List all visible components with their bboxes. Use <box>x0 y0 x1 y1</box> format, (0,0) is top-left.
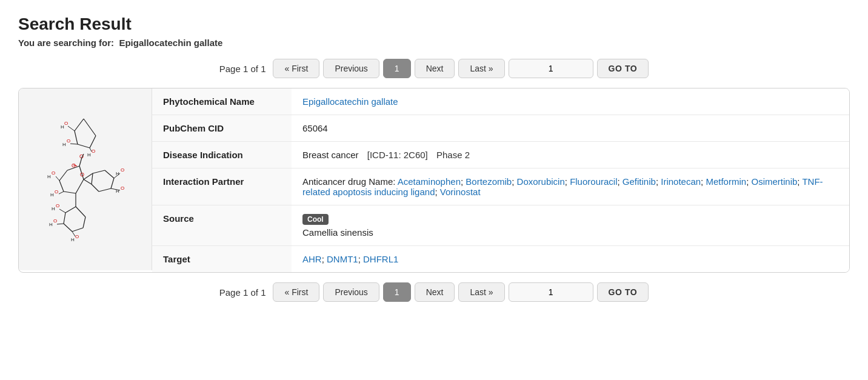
svg-text:O: O <box>64 121 68 126</box>
svg-line-24 <box>92 173 93 184</box>
svg-text:O: O <box>80 172 84 178</box>
interaction-partner-row: Interaction Partner Anticancer drug Name… <box>152 168 849 205</box>
previous-button-bottom[interactable]: Previous <box>323 282 379 302</box>
svg-line-52 <box>76 207 85 217</box>
last-button-bottom[interactable]: Last » <box>458 282 504 302</box>
page-info-bottom: Page 1 of 1 <box>219 287 266 298</box>
svg-line-22 <box>99 188 111 192</box>
svg-line-3 <box>90 136 96 148</box>
svg-line-48 <box>64 213 65 224</box>
svg-line-33 <box>84 173 93 179</box>
svg-line-21 <box>111 178 114 188</box>
subtitle-query: Epigallocatechin gallate <box>119 38 222 48</box>
svg-text:O: O <box>67 138 70 144</box>
svg-line-20 <box>105 170 114 178</box>
page-info-top: Page 1 of 1 <box>219 64 266 74</box>
svg-text:O: O <box>53 218 57 224</box>
phytochemical-name-link[interactable]: Epigallocatechin gallate <box>302 96 398 107</box>
result-card: H O H O H O O O <box>18 88 850 273</box>
phase: Phase 2 <box>436 150 470 160</box>
svg-text:H: H <box>52 206 55 212</box>
interaction-partner-link[interactable]: Doxorubicin <box>517 176 565 187</box>
svg-line-37 <box>59 181 64 192</box>
svg-line-58 <box>57 224 64 224</box>
icd-code: [ICD-11: 2C60] <box>367 150 428 160</box>
next-button-bottom[interactable]: Next <box>415 282 455 302</box>
interaction-partner-link[interactable]: Metformin <box>706 176 746 187</box>
svg-line-55 <box>59 209 65 213</box>
target-label: Target <box>152 246 292 273</box>
svg-line-0 <box>75 119 84 131</box>
svg-line-38 <box>64 192 76 193</box>
interaction-partner-link[interactable]: Osimertinib <box>751 176 797 187</box>
svg-text:H: H <box>87 152 91 158</box>
svg-line-19 <box>93 170 105 173</box>
targets: AHR; DNMT1; DHFRL1 <box>302 254 398 264</box>
source-badge: Cool <box>302 214 329 225</box>
target-value: AHR; DNMT1; DHFRL1 <box>292 246 849 273</box>
svg-text:H: H <box>62 142 66 147</box>
svg-text:O: O <box>121 167 124 173</box>
disease-name: Breast cancer <box>302 150 359 160</box>
target-link[interactable]: AHR <box>302 254 322 264</box>
target-link[interactable]: DNMT1 <box>327 254 358 264</box>
svg-text:O: O <box>75 234 79 239</box>
svg-line-1 <box>75 131 78 144</box>
first-button-bottom[interactable]: « First <box>273 282 319 302</box>
source-name: Camellia sinensis <box>302 227 838 238</box>
interaction-partner-prefix: Anticancer drug Name: <box>302 176 395 187</box>
svg-text:O: O <box>56 203 59 208</box>
disease-indication-label: Disease Indication <box>152 142 292 168</box>
interaction-partner-link[interactable]: Bortezomib <box>466 176 512 187</box>
pubchem-cid-label: PubChem CID <box>152 115 292 142</box>
svg-line-7 <box>68 126 75 131</box>
pubchem-cid-value: 65064 <box>292 115 849 142</box>
source-value: Cool Camellia sinensis <box>292 205 849 246</box>
source-row: Source Cool Camellia sinensis <box>152 205 849 246</box>
disease-indication-value: Breast cancer [ICD-11: 2C60] Phase 2 <box>292 142 849 168</box>
current-page-button-top[interactable]: 1 <box>383 59 411 78</box>
molecule-svg: H O H O H O O O <box>26 113 144 246</box>
phytochemical-name-row: Phytochemical Name Epigallocatechin gall… <box>152 88 849 115</box>
current-page-button-bottom[interactable]: 1 <box>383 282 411 302</box>
previous-button-top[interactable]: Previous <box>323 59 379 78</box>
svg-line-45 <box>59 192 64 194</box>
svg-text:O: O <box>55 189 58 195</box>
pagination-top: Page 1 of 1 « First Previous 1 Next Last… <box>18 59 850 78</box>
goto-button-top[interactable]: GO TO <box>597 59 649 78</box>
svg-line-42 <box>56 176 59 181</box>
interaction-partner-link[interactable]: Acetaminophen <box>398 176 461 187</box>
phytochemical-name-label: Phytochemical Name <box>152 88 292 115</box>
last-button-top[interactable]: Last » <box>458 59 504 78</box>
target-link[interactable]: DHFRL1 <box>363 254 398 264</box>
goto-button-bottom[interactable]: GO TO <box>597 282 649 302</box>
goto-input-bottom[interactable] <box>509 282 593 302</box>
search-subtitle: You are searching for: Epigallocatechin … <box>18 38 850 48</box>
svg-text:H: H <box>50 192 54 198</box>
next-button-top[interactable]: Next <box>415 59 455 78</box>
disease-indication-row: Disease Indication Breast cancer [ICD-11… <box>152 142 849 168</box>
svg-line-2 <box>78 144 90 148</box>
target-row: Target AHR; DNMT1; DHFRL1 <box>152 246 849 273</box>
result-table: Phytochemical Name Epigallocatechin gall… <box>152 88 849 272</box>
goto-input-top[interactable] <box>509 59 593 78</box>
subtitle-prefix: You are searching for: <box>18 38 114 48</box>
svg-line-50 <box>72 228 83 232</box>
phytochemical-name-value: Epigallocatechin gallate <box>292 88 849 115</box>
svg-line-39 <box>76 179 84 193</box>
pagination-bottom: Page 1 of 1 « First Previous 1 Next Last… <box>18 282 850 302</box>
svg-line-23 <box>92 184 99 192</box>
svg-text:H: H <box>47 174 51 179</box>
svg-text:O: O <box>92 148 95 154</box>
interaction-partner-link[interactable]: Fluorouracil <box>570 176 617 187</box>
first-button-top[interactable]: « First <box>273 59 319 78</box>
svg-line-51 <box>83 217 85 228</box>
svg-text:O: O <box>121 185 124 191</box>
page-title: Search Result <box>18 15 850 34</box>
svg-line-49 <box>64 224 72 232</box>
svg-line-47 <box>65 207 76 213</box>
source-label: Source <box>152 205 292 246</box>
interaction-partner-link[interactable]: Irinotecan <box>661 176 701 187</box>
interaction-partner-link[interactable]: Gefitinib <box>623 176 656 187</box>
interaction-partner-link[interactable]: Vorinostat <box>440 187 481 197</box>
